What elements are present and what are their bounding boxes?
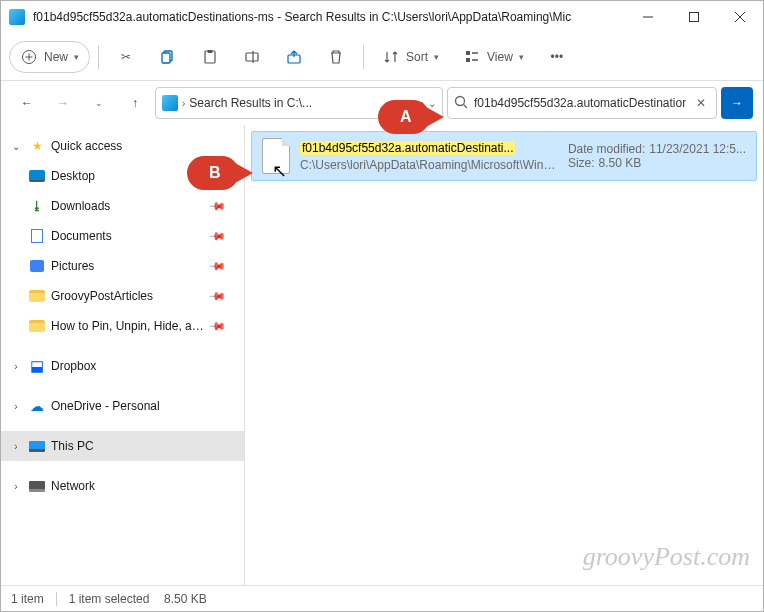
- clipboard-icon: [201, 48, 219, 66]
- sidebar-item-dropbox[interactable]: › ⬓ Dropbox: [1, 351, 244, 381]
- sidebar-item-label: How to Pin, Unpin, Hide, and: [51, 319, 204, 333]
- search-results-pane: f01b4d95cf55d32a.automaticDestinati... C…: [245, 125, 763, 585]
- app-icon: [9, 9, 25, 25]
- annotation-a: A: [378, 100, 430, 134]
- sort-label: Sort: [406, 50, 428, 64]
- search-box[interactable]: ✕: [447, 87, 717, 119]
- sidebar-item-label: Desktop: [51, 169, 204, 183]
- window-controls: [625, 1, 763, 33]
- new-label: New: [44, 50, 68, 64]
- titlebar: f01b4d95cf55d32a.automaticDestinations-m…: [1, 1, 763, 33]
- sidebar-item-label: This PC: [51, 439, 236, 453]
- view-button[interactable]: View ▾: [453, 41, 534, 73]
- sidebar-item-how-to-pin[interactable]: How to Pin, Unpin, Hide, and 📌: [1, 311, 244, 341]
- search-icon: [454, 95, 468, 112]
- pin-icon: 📌: [207, 226, 226, 245]
- sidebar-item-label: Dropbox: [51, 359, 236, 373]
- view-icon: [463, 48, 481, 66]
- sidebar-item-label: Pictures: [51, 259, 204, 273]
- star-icon: ★: [29, 138, 45, 154]
- minimize-button[interactable]: [625, 1, 671, 33]
- pictures-icon: [29, 258, 45, 274]
- search-result-item[interactable]: f01b4d95cf55d32a.automaticDestinati... C…: [251, 131, 757, 181]
- chevron-down-icon[interactable]: ⌄: [9, 141, 23, 152]
- date-modified-value: 11/23/2021 12:5...: [649, 142, 746, 156]
- result-info: f01b4d95cf55d32a.automaticDestinati... C…: [300, 141, 558, 172]
- sidebar-item-network[interactable]: › Network: [1, 471, 244, 501]
- chevron-right-icon[interactable]: ›: [9, 481, 23, 492]
- sidebar-item-groovypostarticles[interactable]: GroovyPostArticles 📌: [1, 281, 244, 311]
- back-button[interactable]: ←: [11, 87, 43, 119]
- result-path: C:\Users\lori\AppData\Roaming\Microsoft\…: [300, 158, 558, 172]
- svg-rect-10: [208, 50, 213, 53]
- svg-rect-14: [466, 51, 470, 55]
- up-button[interactable]: ↑: [119, 87, 151, 119]
- date-modified-label: Date modified:: [568, 142, 645, 156]
- cloud-icon: ☁: [29, 398, 45, 414]
- cut-button[interactable]: ✂: [107, 41, 145, 73]
- plus-circle-icon: [20, 48, 38, 66]
- copy-icon: [159, 48, 177, 66]
- status-item-count: 1 item: [11, 592, 44, 606]
- more-button[interactable]: •••: [538, 41, 576, 73]
- chevron-down-icon: ▾: [434, 52, 439, 62]
- sidebar-item-this-pc[interactable]: › This PC: [1, 431, 244, 461]
- separator: [98, 45, 99, 69]
- maximize-button[interactable]: [671, 1, 717, 33]
- chevron-down-icon: ▾: [519, 52, 524, 62]
- chevron-right-icon: ›: [182, 98, 185, 109]
- sort-icon: [382, 48, 400, 66]
- delete-button[interactable]: [317, 41, 355, 73]
- chevron-right-icon[interactable]: ›: [9, 361, 23, 372]
- view-label: View: [487, 50, 513, 64]
- search-go-button[interactable]: →: [721, 87, 753, 119]
- desktop-icon: [29, 168, 45, 184]
- chevron-right-icon[interactable]: ›: [9, 401, 23, 412]
- pin-icon: 📌: [207, 256, 226, 275]
- new-button[interactable]: New ▾: [9, 41, 90, 73]
- copy-button[interactable]: [149, 41, 187, 73]
- sidebar-item-documents[interactable]: Documents 📌: [1, 221, 244, 251]
- svg-rect-8: [162, 53, 170, 63]
- window-title: f01b4d95cf55d32a.automaticDestinations-m…: [33, 10, 625, 24]
- search-input[interactable]: [474, 96, 686, 110]
- chevron-down-icon: ▾: [74, 52, 79, 62]
- svg-point-18: [456, 96, 465, 105]
- sidebar-item-label: Documents: [51, 229, 204, 243]
- result-meta: Date modified:11/23/2021 12:5... Size:8.…: [568, 142, 746, 170]
- status-bar: 1 item 1 item selected 8.50 KB: [1, 585, 763, 611]
- close-button[interactable]: [717, 1, 763, 33]
- clear-search-button[interactable]: ✕: [692, 96, 710, 110]
- separator: [56, 592, 57, 606]
- network-icon: [29, 478, 45, 494]
- ellipsis-icon: •••: [548, 48, 566, 66]
- forward-button[interactable]: →: [47, 87, 79, 119]
- pin-icon: 📌: [207, 286, 226, 305]
- sidebar-item-label: Quick access: [51, 139, 236, 153]
- pin-icon: 📌: [207, 196, 226, 215]
- documents-icon: [29, 228, 45, 244]
- body-area: ⌄ ★ Quick access Desktop 📌 ⭳ Downloads 📌…: [1, 125, 763, 585]
- paste-button[interactable]: [191, 41, 229, 73]
- annotation-b: B: [187, 156, 239, 190]
- sidebar-item-pictures[interactable]: Pictures 📌: [1, 251, 244, 281]
- rename-button[interactable]: [233, 41, 271, 73]
- navigation-pane: ⌄ ★ Quick access Desktop 📌 ⭳ Downloads 📌…: [1, 125, 245, 585]
- sidebar-item-downloads[interactable]: ⭳ Downloads 📌: [1, 191, 244, 221]
- sort-button[interactable]: Sort ▾: [372, 41, 449, 73]
- sidebar-item-label: GroovyPostArticles: [51, 289, 204, 303]
- folder-icon: [29, 288, 45, 304]
- share-button[interactable]: [275, 41, 313, 73]
- recent-locations-button[interactable]: ⌄: [83, 87, 115, 119]
- size-value: 8.50 KB: [599, 156, 642, 170]
- result-filename: f01b4d95cf55d32a.automaticDestinati...: [300, 141, 515, 155]
- sidebar-item-onedrive[interactable]: › ☁ OneDrive - Personal: [1, 391, 244, 421]
- rename-icon: [243, 48, 261, 66]
- svg-line-19: [464, 104, 468, 108]
- svg-rect-11: [246, 53, 258, 61]
- computer-icon: [29, 438, 45, 454]
- chevron-right-icon[interactable]: ›: [9, 441, 23, 452]
- status-selected-count: 1 item selected: [69, 592, 150, 606]
- folder-icon: [29, 318, 45, 334]
- status-selected-size: 8.50 KB: [164, 592, 207, 606]
